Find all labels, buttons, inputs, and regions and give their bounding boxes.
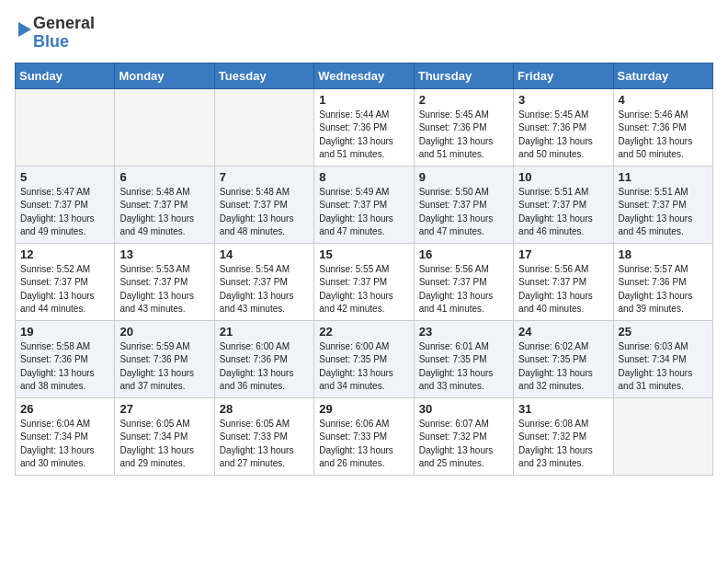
- day-info: Sunrise: 5:51 AM Sunset: 7:37 PM Dayligh…: [619, 186, 708, 239]
- day-number: 5: [20, 170, 109, 184]
- logo: General Blue: [15, 15, 95, 52]
- day-info: Sunrise: 5:54 AM Sunset: 7:37 PM Dayligh…: [220, 263, 309, 316]
- calendar-cell: [16, 88, 115, 166]
- day-info: Sunrise: 5:52 AM Sunset: 7:37 PM Dayligh…: [20, 263, 109, 316]
- calendar-cell: [613, 397, 712, 475]
- weekday-header-monday: Monday: [115, 63, 214, 88]
- calendar-cell: 27Sunrise: 6:05 AM Sunset: 7:34 PM Dayli…: [115, 397, 214, 475]
- day-info: Sunrise: 6:04 AM Sunset: 7:34 PM Dayligh…: [20, 418, 109, 471]
- day-number: 29: [319, 402, 408, 416]
- logo-general: General: [33, 15, 95, 33]
- day-number: 15: [319, 247, 408, 261]
- calendar-cell: 23Sunrise: 6:01 AM Sunset: 7:35 PM Dayli…: [414, 320, 513, 397]
- calendar-cell: [115, 88, 214, 166]
- calendar-cell: 26Sunrise: 6:04 AM Sunset: 7:34 PM Dayli…: [16, 397, 115, 475]
- day-info: Sunrise: 5:59 AM Sunset: 7:36 PM Dayligh…: [119, 340, 209, 394]
- day-info: Sunrise: 5:48 AM Sunset: 7:37 PM Dayligh…: [220, 186, 309, 239]
- calendar-week-4: 19Sunrise: 5:58 AM Sunset: 7:36 PM Dayli…: [16, 320, 713, 397]
- day-number: 14: [220, 247, 309, 261]
- day-number: 20: [119, 325, 209, 339]
- calendar-cell: 16Sunrise: 5:56 AM Sunset: 7:37 PM Dayli…: [414, 243, 513, 320]
- svg-marker-0: [18, 22, 31, 37]
- calendar-cell: 1Sunrise: 5:44 AM Sunset: 7:36 PM Daylig…: [314, 88, 414, 166]
- calendar-cell: 14Sunrise: 5:54 AM Sunset: 7:37 PM Dayli…: [214, 243, 313, 320]
- day-number: 9: [419, 170, 508, 184]
- weekday-header-row: SundayMondayTuesdayWednesdayThursdayFrid…: [16, 63, 713, 88]
- day-number: 22: [319, 325, 408, 339]
- day-info: Sunrise: 6:07 AM Sunset: 7:32 PM Dayligh…: [419, 418, 508, 471]
- calendar-cell: 25Sunrise: 6:03 AM Sunset: 7:34 PM Dayli…: [613, 320, 712, 397]
- day-number: 2: [419, 93, 508, 107]
- weekday-header-tuesday: Tuesday: [214, 63, 313, 88]
- calendar-cell: 8Sunrise: 5:49 AM Sunset: 7:37 PM Daylig…: [314, 166, 414, 243]
- day-info: Sunrise: 6:03 AM Sunset: 7:34 PM Dayligh…: [619, 340, 708, 394]
- day-number: 30: [419, 402, 508, 416]
- calendar-week-1: 1Sunrise: 5:44 AM Sunset: 7:36 PM Daylig…: [16, 88, 713, 166]
- calendar-cell: 21Sunrise: 6:00 AM Sunset: 7:36 PM Dayli…: [214, 320, 313, 397]
- calendar-cell: 22Sunrise: 6:00 AM Sunset: 7:35 PM Dayli…: [314, 320, 414, 397]
- day-number: 31: [518, 402, 608, 416]
- logo-flag-icon: [15, 18, 33, 48]
- calendar-cell: 13Sunrise: 5:53 AM Sunset: 7:37 PM Dayli…: [115, 243, 214, 320]
- day-number: 18: [619, 247, 708, 261]
- logo-wordmark: General Blue: [33, 15, 95, 52]
- calendar-cell: [214, 88, 313, 166]
- calendar-cell: 12Sunrise: 5:52 AM Sunset: 7:37 PM Dayli…: [16, 243, 115, 320]
- day-number: 28: [220, 402, 309, 416]
- calendar-week-5: 26Sunrise: 6:04 AM Sunset: 7:34 PM Dayli…: [16, 397, 713, 475]
- calendar-cell: 20Sunrise: 5:59 AM Sunset: 7:36 PM Dayli…: [115, 320, 214, 397]
- day-number: 25: [619, 325, 708, 339]
- day-number: 26: [20, 402, 109, 416]
- calendar-cell: 2Sunrise: 5:45 AM Sunset: 7:36 PM Daylig…: [414, 88, 513, 166]
- day-info: Sunrise: 5:53 AM Sunset: 7:37 PM Dayligh…: [119, 263, 209, 316]
- day-info: Sunrise: 5:45 AM Sunset: 7:36 PM Dayligh…: [419, 109, 508, 162]
- day-number: 12: [20, 247, 109, 261]
- day-info: Sunrise: 5:45 AM Sunset: 7:36 PM Dayligh…: [518, 109, 608, 162]
- day-number: 13: [119, 247, 209, 261]
- day-number: 6: [119, 170, 209, 184]
- calendar-cell: 15Sunrise: 5:55 AM Sunset: 7:37 PM Dayli…: [314, 243, 414, 320]
- calendar-cell: 24Sunrise: 6:02 AM Sunset: 7:35 PM Dayli…: [514, 320, 613, 397]
- day-number: 3: [518, 93, 608, 107]
- day-info: Sunrise: 6:05 AM Sunset: 7:33 PM Dayligh…: [220, 418, 309, 471]
- calendar-cell: 31Sunrise: 6:08 AM Sunset: 7:32 PM Dayli…: [514, 397, 613, 475]
- day-number: 11: [619, 170, 708, 184]
- day-number: 19: [20, 325, 109, 339]
- day-info: Sunrise: 6:00 AM Sunset: 7:36 PM Dayligh…: [220, 340, 309, 394]
- day-info: Sunrise: 6:08 AM Sunset: 7:32 PM Dayligh…: [518, 418, 608, 471]
- calendar-week-3: 12Sunrise: 5:52 AM Sunset: 7:37 PM Dayli…: [16, 243, 713, 320]
- day-number: 8: [319, 170, 408, 184]
- day-info: Sunrise: 6:02 AM Sunset: 7:35 PM Dayligh…: [518, 340, 608, 394]
- calendar-cell: 4Sunrise: 5:46 AM Sunset: 7:36 PM Daylig…: [613, 88, 712, 166]
- day-number: 7: [220, 170, 309, 184]
- day-info: Sunrise: 5:56 AM Sunset: 7:37 PM Dayligh…: [419, 263, 508, 316]
- day-info: Sunrise: 5:46 AM Sunset: 7:36 PM Dayligh…: [619, 109, 708, 162]
- day-info: Sunrise: 5:48 AM Sunset: 7:37 PM Dayligh…: [119, 186, 209, 239]
- day-number: 21: [220, 325, 309, 339]
- day-info: Sunrise: 5:50 AM Sunset: 7:37 PM Dayligh…: [419, 186, 508, 239]
- day-number: 1: [319, 93, 408, 107]
- day-number: 10: [518, 170, 608, 184]
- day-info: Sunrise: 6:01 AM Sunset: 7:35 PM Dayligh…: [419, 340, 508, 394]
- day-number: 23: [419, 325, 508, 339]
- day-number: 24: [518, 325, 608, 339]
- day-number: 16: [419, 247, 508, 261]
- calendar-cell: 28Sunrise: 6:05 AM Sunset: 7:33 PM Dayli…: [214, 397, 313, 475]
- day-number: 27: [119, 402, 209, 416]
- calendar-week-2: 5Sunrise: 5:47 AM Sunset: 7:37 PM Daylig…: [16, 166, 713, 243]
- calendar-cell: 29Sunrise: 6:06 AM Sunset: 7:33 PM Dayli…: [314, 397, 414, 475]
- weekday-header-thursday: Thursday: [414, 63, 513, 88]
- day-info: Sunrise: 6:00 AM Sunset: 7:35 PM Dayligh…: [319, 340, 408, 394]
- weekday-header-friday: Friday: [514, 63, 613, 88]
- day-info: Sunrise: 5:57 AM Sunset: 7:36 PM Dayligh…: [619, 263, 708, 316]
- calendar-cell: 10Sunrise: 5:51 AM Sunset: 7:37 PM Dayli…: [514, 166, 613, 243]
- day-info: Sunrise: 5:44 AM Sunset: 7:36 PM Dayligh…: [319, 109, 408, 162]
- calendar-cell: 18Sunrise: 5:57 AM Sunset: 7:36 PM Dayli…: [613, 243, 712, 320]
- day-info: Sunrise: 5:51 AM Sunset: 7:37 PM Dayligh…: [518, 186, 608, 239]
- day-info: Sunrise: 5:49 AM Sunset: 7:37 PM Dayligh…: [319, 186, 408, 239]
- calendar-cell: 3Sunrise: 5:45 AM Sunset: 7:36 PM Daylig…: [514, 88, 613, 166]
- day-number: 17: [518, 247, 608, 261]
- page-header: General Blue: [15, 15, 713, 52]
- calendar-cell: 5Sunrise: 5:47 AM Sunset: 7:37 PM Daylig…: [16, 166, 115, 243]
- calendar-cell: 11Sunrise: 5:51 AM Sunset: 7:37 PM Dayli…: [613, 166, 712, 243]
